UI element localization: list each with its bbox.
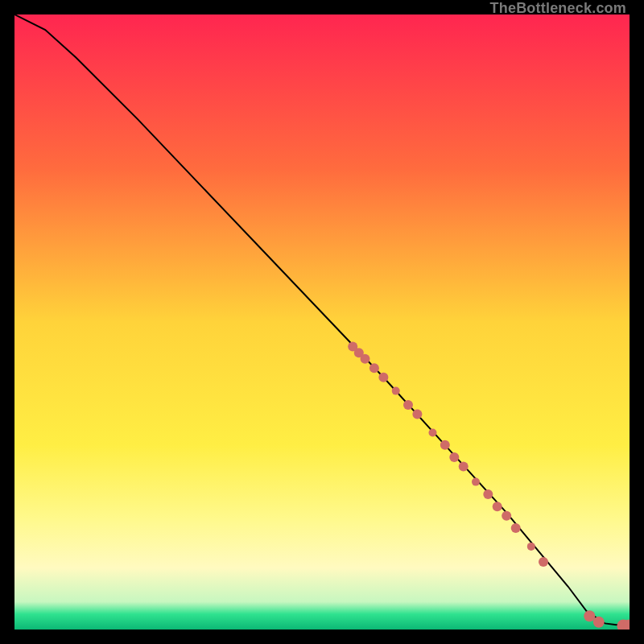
chart-svg (14, 14, 630, 630)
data-point (412, 410, 422, 419)
data-point (369, 363, 379, 373)
data-point (392, 387, 400, 395)
data-point (449, 452, 459, 462)
data-point (527, 543, 535, 551)
data-point (459, 462, 469, 472)
data-point (361, 354, 370, 364)
data-point (539, 557, 548, 567)
data-point (472, 478, 480, 486)
data-point (593, 617, 605, 628)
data-point (502, 511, 511, 521)
data-point (493, 502, 502, 511)
data-point (429, 429, 437, 437)
plot-background (14, 14, 630, 630)
data-point (483, 489, 493, 499)
data-point (378, 373, 388, 382)
data-point (511, 523, 521, 533)
watermark-text: TheBottleneck.com (490, 0, 626, 17)
data-point (403, 400, 413, 410)
data-point (440, 440, 450, 450)
data-point (584, 610, 595, 621)
